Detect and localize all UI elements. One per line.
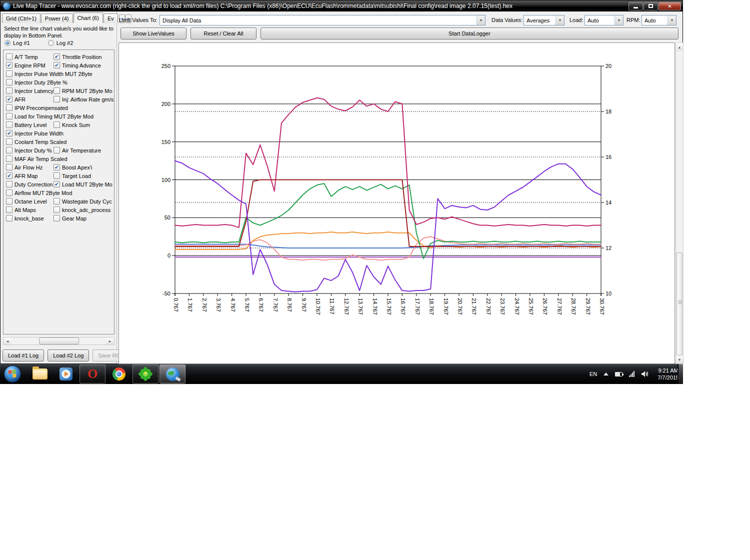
battery-icon[interactable] [615, 372, 622, 376]
chevron-down-icon[interactable]: ▼ [556, 16, 564, 25]
show-desktop-button[interactable] [678, 364, 683, 384]
sidebar-horizontal-scrollbar[interactable]: ◄ ► [3, 337, 114, 345]
checkbox-knock-adc-process[interactable]: knock_adc_process [54, 206, 114, 213]
tab-grid[interactable]: Grid (Ctrl+1) [2, 14, 40, 23]
scroll-right-icon[interactable]: ► [106, 338, 114, 344]
checkbox-load-for-timing-mut-2byte-mod[interactable]: Load for Timing MUT 2Byte Mod [6, 113, 114, 120]
checkbox-box[interactable]: ✔ [6, 96, 12, 102]
checkbox-box[interactable] [6, 147, 12, 154]
taskbar-icq-button[interactable] [132, 364, 158, 384]
chevron-down-icon[interactable]: ▼ [614, 16, 623, 25]
checkbox-coolant-temp-scaled[interactable]: Coolant Temp Scaled [6, 138, 114, 145]
show-hidden-icons-icon[interactable] [604, 372, 608, 376]
checkbox-afr[interactable]: ✔AFR [6, 96, 54, 102]
load-log2-button[interactable]: Load #2 Log [48, 350, 89, 362]
checkbox-box[interactable] [6, 70, 12, 77]
checkbox-ipw-precompensated[interactable]: IPW Precompensated [6, 104, 114, 111]
tab-ev[interactable]: Ev [104, 14, 118, 23]
radio-log1[interactable]: Log #1 [4, 40, 30, 46]
load-log1-button[interactable]: Load #1 Log [2, 350, 44, 362]
checkbox-wastegate-duty-cyc[interactable]: Wastegate Duty Cyc [54, 198, 114, 204]
taskbar-clock[interactable]: 9:21 AM 7/7/2015 [658, 367, 679, 381]
network-signal-icon[interactable] [629, 371, 634, 377]
checkbox-box[interactable] [54, 147, 60, 154]
checkbox-box[interactable]: ✔ [54, 62, 60, 68]
scroll-down-icon[interactable]: ▼ [676, 356, 683, 364]
checkbox-inj-airflow-rate-gm-s[interactable]: Inj: Airflow Rate gm/s [54, 96, 114, 102]
checkbox-box[interactable] [6, 181, 12, 188]
checkbox-box[interactable] [54, 172, 60, 179]
checkbox-battery-level[interactable]: Battery Level [6, 122, 54, 128]
checkbox-load-mut-2byte-mo[interactable]: ✔Load MUT 2Byte Mo [54, 181, 114, 188]
taskbar-opera-button[interactable]: O [80, 364, 106, 384]
checkbox-box[interactable] [54, 206, 60, 213]
checkbox-box[interactable] [6, 164, 12, 170]
checkbox-airflow-mut-2byte-mod[interactable]: Airflow MUT 2Byte Mod [6, 190, 114, 196]
radio-log2[interactable]: Log #2 [48, 40, 74, 46]
checkbox-box[interactable]: ✔ [6, 172, 12, 179]
checkbox-box[interactable] [54, 198, 60, 204]
checkbox-box[interactable] [6, 88, 12, 94]
checkbox-box[interactable] [6, 54, 12, 60]
tab-power[interactable]: Power (4) [41, 14, 73, 23]
checkbox-octane-level[interactable]: Octane Level [6, 198, 54, 204]
checkbox-knock-sum[interactable]: Knock Sum [54, 122, 114, 128]
data-values-combobox[interactable]: Averages ▼ [524, 15, 564, 26]
checkbox-box[interactable] [6, 122, 12, 128]
rpm-combobox[interactable]: Auto ▼ [642, 15, 676, 26]
checkbox-box[interactable] [6, 113, 12, 120]
checkbox-gear-map[interactable]: Gear Map [54, 215, 114, 222]
titlebar[interactable]: Live Map Tracer - www.evoscan.com (right… [0, 0, 682, 12]
checkbox-box[interactable] [54, 88, 60, 94]
taskbar-evoscan-button[interactable] [160, 364, 186, 384]
taskbar-explorer-button[interactable] [27, 364, 53, 384]
checkbox-box[interactable] [6, 198, 12, 204]
checkbox-box[interactable] [6, 190, 12, 196]
checkbox-box[interactable] [6, 206, 12, 213]
checkbox-target-load[interactable]: Target Load [54, 172, 114, 179]
chart-vertical-scrollbar[interactable]: ▲ ▼ [676, 42, 684, 364]
checkbox-rpm-mut-2byte-mo[interactable]: RPM MUT 2Byte Mo [54, 88, 114, 94]
close-button[interactable]: ✕ [658, 2, 681, 10]
checkbox-box[interactable] [6, 104, 12, 111]
language-indicator[interactable]: EN [590, 371, 597, 377]
chevron-down-icon[interactable]: ▼ [668, 16, 676, 25]
minimize-button[interactable] [628, 2, 643, 10]
load-combobox[interactable]: Auto ▼ [584, 15, 624, 26]
tab-chart[interactable]: Chart (6) [74, 12, 103, 23]
checkbox-alt-maps[interactable]: Alt Maps [6, 206, 54, 213]
checkbox-box[interactable] [6, 138, 12, 145]
checkbox-box[interactable] [54, 122, 60, 128]
checkbox-injector-latency[interactable]: Injector Latency [6, 88, 54, 94]
checkbox-afr-map[interactable]: ✔AFR Map [6, 172, 54, 179]
scroll-up-icon[interactable]: ▲ [676, 43, 683, 51]
checkbox-engine-rpm[interactable]: ✔Engine RPM [6, 62, 54, 68]
show-livevalues-button[interactable]: Show LiveValues [120, 28, 186, 40]
checkbox-box[interactable]: ✔ [54, 164, 60, 170]
checkbox-injector-pulse-width[interactable]: ✔Injector Pulse Width [6, 130, 114, 136]
reset-clear-all-button[interactable]: Reset / Clear All [190, 28, 256, 40]
checkbox-box[interactable] [6, 79, 12, 86]
start-button[interactable] [4, 366, 21, 382]
scrollbar-thumb[interactable] [39, 338, 79, 344]
start-datalogger-button[interactable]: Start DataLogger [260, 28, 678, 40]
checkbox-knock-base[interactable]: knock_base [6, 215, 54, 222]
checkbox-duty-correction[interactable]: Duty Correction [6, 181, 54, 188]
chevron-down-icon[interactable]: ▼ [476, 16, 485, 25]
restore-button[interactable] [644, 2, 658, 10]
checkbox-box[interactable] [54, 96, 60, 102]
checkbox-box[interactable]: ✔ [6, 62, 12, 68]
checkbox-box[interactable] [6, 215, 12, 222]
checkbox-injector-duty-2byte[interactable]: Injector Duty 2Byte % [6, 79, 114, 86]
scroll-left-icon[interactable]: ◄ [4, 338, 12, 344]
taskbar-media-player-button[interactable] [53, 364, 79, 384]
checkbox-injector-duty[interactable]: Injector Duty % [6, 147, 54, 154]
taskbar-chrome-button[interactable] [106, 364, 132, 384]
checkbox-boost-apex-i[interactable]: ✔Boost Apex'i [54, 164, 114, 170]
checkbox-box[interactable]: ✔ [6, 130, 12, 136]
checkbox-a-t-temp[interactable]: A/T Temp [6, 54, 54, 60]
checkbox-air-temperature[interactable]: Air Temperature [54, 147, 114, 154]
checkbox-air-flow-hz[interactable]: Air Flow Hz [6, 164, 54, 170]
checkbox-injector-pulse-width-mut-2byte[interactable]: Injector Pulse Width MUT 2Byte [6, 70, 114, 77]
speaker-icon[interactable] [641, 370, 649, 378]
